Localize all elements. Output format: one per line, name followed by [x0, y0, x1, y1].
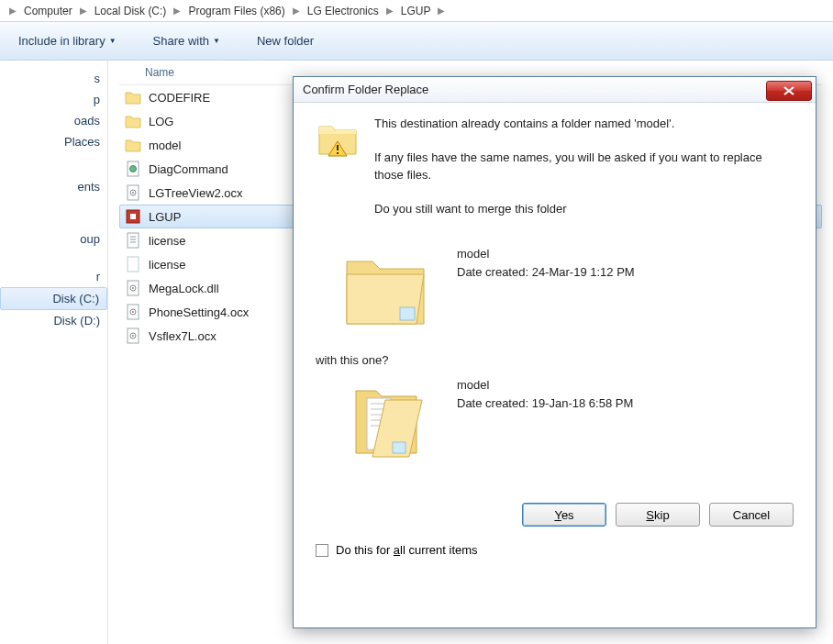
- breadcrumb-item[interactable]: Program Files (x86): [184, 3, 288, 19]
- source-folder-block: model Date created: 19-Jan-18 6:58 PM: [339, 374, 794, 466]
- do-for-all-checkbox[interactable]: [316, 544, 328, 557]
- file-ocx-icon: [125, 328, 141, 344]
- breadcrumb: ▶ Computer ▶ Local Disk (C:) ▶ Program F…: [0, 0, 833, 22]
- svg-point-4: [132, 192, 134, 194]
- file-name: MegaLock.dll: [149, 282, 219, 295]
- svg-rect-7: [128, 233, 139, 248]
- navigation-sidebar: s p oads Places ents oup r Disk (C:) Dis…: [0, 61, 108, 644]
- sidebar-item[interactable]: ents: [0, 176, 107, 197]
- folder-icon: [125, 89, 141, 105]
- svg-point-20: [132, 335, 134, 337]
- sidebar-item[interactable]: s: [0, 68, 107, 89]
- sidebar-item-local-disk-c[interactable]: Disk (C:): [0, 287, 107, 310]
- svg-rect-11: [128, 257, 139, 272]
- svg-rect-6: [130, 214, 136, 219]
- close-button[interactable]: [766, 81, 812, 101]
- folder-icon: [125, 113, 141, 129]
- svg-point-17: [132, 311, 134, 313]
- chevron-down-icon: ▼: [109, 37, 117, 45]
- toolbar-label: Share with: [153, 34, 209, 48]
- toolbar-label: New folder: [257, 34, 314, 48]
- svg-rect-21: [337, 145, 339, 150]
- svg-point-1: [130, 166, 137, 172]
- source-folder-date: Date created: 19-Jan-18 6:58 PM: [457, 394, 633, 413]
- sidebar-item[interactable]: [0, 169, 107, 176]
- chevron-down-icon: ▼: [213, 37, 220, 45]
- folder-icon: [125, 137, 141, 153]
- destination-folder-date: Date created: 24-Mar-19 1:12 PM: [457, 263, 635, 282]
- sidebar-item-local-disk-d[interactable]: Disk (D:): [0, 310, 107, 331]
- sidebar-item[interactable]: oup: [0, 228, 107, 250]
- file-name: DiagCommand: [149, 162, 228, 176]
- chevron-right-icon: ▶: [9, 6, 17, 16]
- sidebar-item[interactable]: r: [0, 266, 107, 287]
- skip-button[interactable]: Skip: [616, 503, 700, 527]
- svg-rect-23: [400, 307, 415, 320]
- svg-rect-30: [393, 442, 405, 453]
- file-name: PhoneSetting4.ocx: [149, 305, 249, 319]
- dialog-message-3: Do you still want to merge this folder: [374, 201, 794, 218]
- dialog-title: Confirm Folder Replace: [303, 83, 766, 96]
- dialog-message-2: If any files have the same names, you wi…: [374, 150, 794, 184]
- dialog-message-1: This destination already contains a fold…: [374, 116, 794, 133]
- destination-folder-block: model Date created: 24-Mar-19 1:12 PM: [339, 243, 794, 335]
- file-name: CODEFIRE: [149, 91, 210, 105]
- close-icon: [783, 86, 794, 95]
- confirm-folder-replace-dialog: Confirm Folder Replace This destination …: [293, 76, 816, 628]
- sidebar-item[interactable]: [0, 205, 107, 212]
- file-ocx-icon: [125, 304, 141, 320]
- file-name: LGUP: [149, 210, 181, 224]
- yes-button[interactable]: Yes: [522, 503, 606, 527]
- dialog-titlebar[interactable]: Confirm Folder Replace: [294, 77, 816, 103]
- folder-open-icon: [339, 374, 431, 466]
- sidebar-item[interactable]: p: [0, 89, 107, 110]
- toolbar: Include in library ▼ Share with ▼ New fo…: [0, 22, 833, 61]
- file-name: license: [149, 234, 185, 248]
- file-cfg-icon: [125, 161, 141, 177]
- sidebar-item[interactable]: oads: [0, 110, 107, 131]
- folder-closed-icon: [339, 243, 431, 335]
- breadcrumb-item[interactable]: LGUP: [397, 3, 435, 19]
- file-txt-icon: [125, 232, 141, 249]
- cancel-button[interactable]: Cancel: [709, 503, 794, 527]
- source-folder-name: model: [457, 376, 633, 394]
- toolbar-label: Include in library: [18, 34, 106, 48]
- dialog-with-label: with this one?: [316, 353, 794, 367]
- file-name: license: [149, 258, 185, 272]
- breadcrumb-item[interactable]: Computer: [20, 3, 76, 19]
- file-name: LGTreeView2.ocx: [149, 186, 243, 200]
- file-name: LOG: [149, 115, 173, 128]
- include-in-library-dropdown[interactable]: Include in library ▼: [18, 34, 117, 48]
- sidebar-item[interactable]: Places: [0, 131, 107, 152]
- svg-rect-22: [337, 152, 339, 154]
- file-blank-icon: [125, 256, 141, 272]
- chevron-right-icon: ▶: [293, 6, 300, 16]
- chevron-right-icon: ▶: [386, 6, 394, 16]
- chevron-right-icon: ▶: [173, 6, 181, 16]
- new-folder-button[interactable]: New folder: [257, 34, 314, 48]
- file-ocx-icon: [125, 280, 141, 296]
- share-with-dropdown[interactable]: Share with ▼: [153, 34, 220, 48]
- breadcrumb-item[interactable]: LG Electronics: [304, 3, 383, 19]
- file-name: Vsflex7L.ocx: [149, 329, 217, 343]
- svg-point-14: [132, 287, 134, 289]
- chevron-right-icon: ▶: [80, 6, 87, 16]
- sidebar-item[interactable]: [0, 197, 107, 205]
- warning-folder-icon: [316, 116, 360, 160]
- breadcrumb-item[interactable]: Local Disk (C:): [91, 3, 171, 19]
- file-name: model: [149, 139, 181, 152]
- file-ocx-icon: [125, 184, 141, 201]
- file-exe-icon: [125, 208, 141, 225]
- do-for-all-label: Do this for all current items: [336, 543, 478, 557]
- destination-folder-name: model: [457, 245, 635, 263]
- chevron-right-icon: ▶: [438, 6, 445, 16]
